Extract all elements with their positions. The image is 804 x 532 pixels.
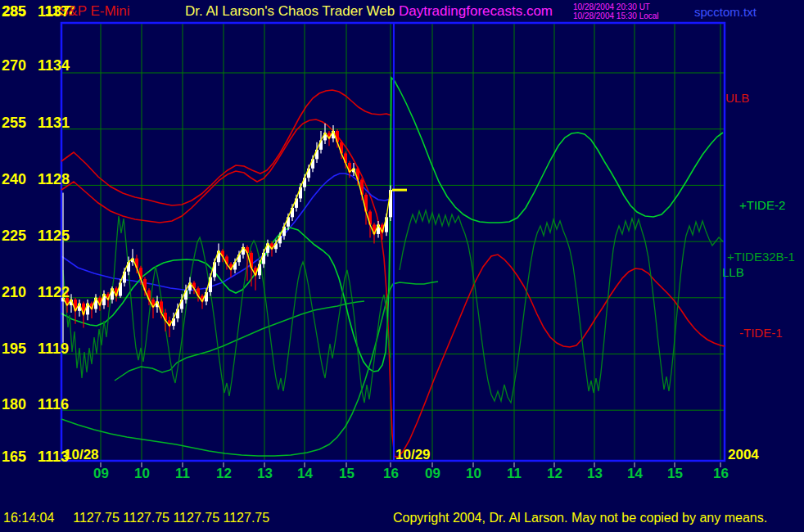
line-label-tide1: -TIDE-1 xyxy=(739,326,783,340)
line-label-llb: LLB xyxy=(722,265,744,279)
osc-scale-value: 195 xyxy=(2,340,38,358)
series-green-rising-ma xyxy=(115,301,364,381)
price-scale-value: 1119 xyxy=(38,340,69,358)
line-label-ulb: ULB xyxy=(725,91,749,105)
price-scale-value: 1128 xyxy=(38,171,70,188)
price-scale-value: 1125 xyxy=(38,228,70,245)
line-label-tide2: +TIDE-2 xyxy=(739,198,785,212)
line-label-tide32b1: +TIDE32B-1 xyxy=(727,250,795,264)
price-axis-row: 2551131 xyxy=(2,115,80,132)
hour-label-day2: 15 xyxy=(667,466,683,482)
osc-scale-value: 270 xyxy=(2,57,38,74)
quote-time: 16:14:04 xyxy=(3,511,54,525)
price-axis-row: 2251125 xyxy=(2,228,80,245)
date-label-day2: 10/29 xyxy=(395,447,431,463)
date-label-day1: 10/28 xyxy=(64,447,99,463)
price-axis-row: 2701134 xyxy=(2,57,80,74)
quote-ticker: 16:14:04 1127.75 1127.75 1127.75 1127.75 xyxy=(3,511,269,525)
osc-scale-value: 210 xyxy=(2,284,38,301)
osc-scale-value: 225 xyxy=(2,228,38,245)
hour-label-day1: 15 xyxy=(339,466,355,482)
hour-label-day2: 16 xyxy=(713,466,729,482)
hour-label-day2: 13 xyxy=(587,466,603,482)
series-blue-ma xyxy=(61,174,391,291)
hour-label-day1: 10 xyxy=(134,466,150,482)
hour-label-day2: 10 xyxy=(466,466,481,482)
price-scale-value: 1131 xyxy=(38,115,70,132)
hour-label-day1: 14 xyxy=(297,466,313,482)
copyright-notice: Copyright 2004, Dr. Al Larson. May not b… xyxy=(393,511,767,525)
hour-label-day2: 09 xyxy=(425,466,440,482)
osc-scale-value: 240 xyxy=(2,171,38,188)
series-LLB-lower-band xyxy=(61,282,438,456)
series-plus-TIDE-2 xyxy=(61,78,723,372)
price-axis-row: 1801116 xyxy=(2,396,80,413)
hour-label-day1: 11 xyxy=(175,466,190,482)
price-axis-row: 2401128 xyxy=(2,171,80,188)
hour-label-day2: 12 xyxy=(547,466,562,482)
hour-label-day1: 09 xyxy=(93,466,109,482)
hour-label-day2: 14 xyxy=(627,466,643,482)
price-axis-row: 2851137 xyxy=(2,3,80,20)
price-axis-row: 2101122 xyxy=(2,284,80,301)
hour-label-day1: 16 xyxy=(383,466,399,482)
price-scale-value: 1122 xyxy=(38,284,70,301)
price-scale-value: 1116 xyxy=(38,396,69,413)
hour-label-day1: 13 xyxy=(257,466,273,482)
hour-label-day2: 11 xyxy=(507,466,522,482)
year-label: 2004 xyxy=(728,447,759,463)
quote-values: 1127.75 1127.75 1127.75 1127.75 xyxy=(73,511,269,525)
osc-scale-value: 255 xyxy=(2,115,38,132)
price-scale-value: 1134 xyxy=(38,57,70,74)
osc-scale-value: 165 xyxy=(2,449,38,466)
series-plus-TIDE32B-1-left xyxy=(63,216,391,403)
hour-label-day1: 12 xyxy=(216,466,232,482)
chart-page: { "header": { "corner_osc": "285", "corn… xyxy=(0,0,804,532)
price-scale-value: 1137 xyxy=(38,3,70,20)
price-axis-row: 1951119 xyxy=(2,340,80,358)
osc-scale-value: 285 xyxy=(2,3,38,20)
osc-scale-value: 180 xyxy=(2,396,38,413)
